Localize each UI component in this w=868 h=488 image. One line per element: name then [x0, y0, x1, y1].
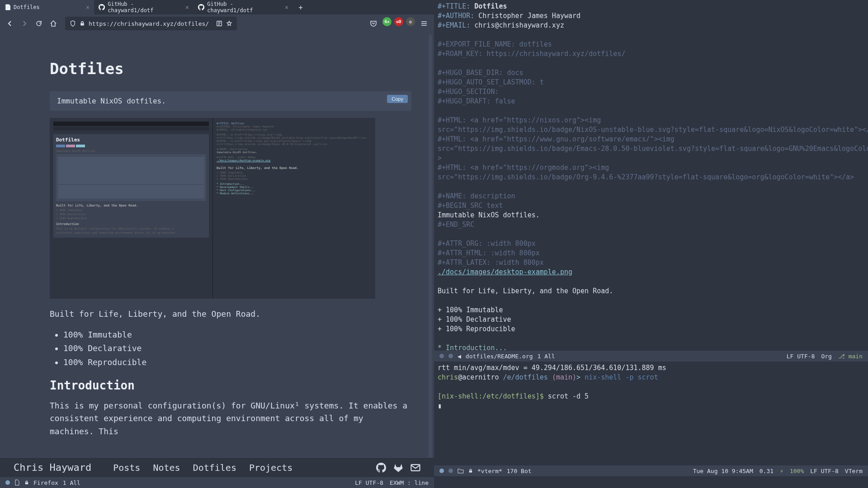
copy-button[interactable]: Copy	[387, 95, 408, 103]
extension-icon[interactable]: ◎	[406, 17, 415, 26]
battery-icon: ⚡	[780, 468, 783, 474]
back-button[interactable]	[4, 17, 16, 30]
screenshot-image: Dotfiles Immutable NixOS dotfiles. Built…	[50, 118, 375, 299]
modeline-terminal: *vterm* 170 Bot Tue Aug 10 9:45AM 0.31 ⚡…	[434, 465, 868, 476]
nav-projects[interactable]: Projects	[249, 462, 292, 473]
list-item: 100% Immutable	[63, 328, 411, 342]
encoding: LF UTF-8	[355, 479, 383, 486]
terminal-pane[interactable]: rtt min/avg/max/mdev = 49.294/186.651/36…	[434, 361, 868, 465]
forward-button[interactable]	[18, 17, 31, 30]
gitlab-icon[interactable]	[393, 463, 403, 473]
nav-dotfiles[interactable]: Dotfiles	[193, 462, 236, 473]
close-icon[interactable]: ×	[86, 4, 90, 11]
menu-button[interactable]	[418, 17, 430, 30]
buffer-name: *vterm*	[477, 468, 502, 474]
list-item: 100% Reproducible	[63, 356, 411, 370]
nav-bar: https://chrishayward.xyz/dotfiles/ G+ uO…	[0, 14, 434, 33]
tab-bar: 📄 Dotfiles × GitHub - chayward1/dotf × G…	[0, 0, 434, 14]
svg-rect-7	[411, 465, 420, 471]
folder-icon	[458, 468, 464, 474]
mail-icon[interactable]	[410, 463, 420, 473]
github-icon	[99, 4, 105, 10]
buffer-name: Firefox	[33, 479, 58, 486]
shield-icon	[70, 20, 76, 27]
status-dot	[448, 354, 453, 358]
status-dot	[439, 354, 444, 358]
github-icon	[198, 4, 204, 10]
nav-posts[interactable]: Posts	[113, 462, 140, 473]
position: 1 All	[538, 353, 555, 360]
encoding: LF UTF-8	[787, 353, 815, 360]
shell-prompt: chris@acernitro /e/dotfiles (main)> nix-…	[438, 373, 864, 382]
list-item: 100% Declarative	[63, 342, 411, 356]
favicon: 📄	[5, 4, 11, 10]
lock-icon	[468, 468, 473, 474]
close-icon[interactable]: ×	[185, 4, 189, 11]
page-title: Dotfiles	[50, 60, 411, 78]
extension-icon[interactable]: G+	[382, 17, 392, 26]
reload-button[interactable]	[33, 17, 45, 30]
description-text: Immutable NixOS dotfiles.	[57, 97, 166, 105]
nav-notes[interactable]: Notes	[153, 462, 180, 473]
url-text: https://chrishayward.xyz/dotfiles/	[89, 20, 209, 27]
reader-icon[interactable]	[216, 20, 222, 27]
modeline-left: Firefox 1 All LF UTF-8 EXWM : line	[0, 477, 434, 488]
status-dot	[439, 469, 444, 473]
status-dot	[5, 480, 10, 485]
encoding: LF UTF-8	[810, 468, 839, 474]
bookmark-icon[interactable]	[226, 20, 232, 27]
browser-window: 📄 Dotfiles × GitHub - chayward1/dotf × G…	[0, 0, 434, 457]
status-dot	[448, 469, 453, 473]
tab-title: GitHub - chayward1/dotf	[207, 1, 282, 14]
mode: EXWM : line	[390, 479, 429, 486]
github-icon[interactable]	[376, 463, 386, 473]
battery-pct: 100%	[790, 468, 804, 474]
intro-body: This is my personal configuration(s) for…	[50, 399, 411, 438]
tab-github-1[interactable]: GitHub - chayward1/dotf ×	[94, 0, 193, 14]
tab-github-2[interactable]: GitHub - chayward1/dotf ×	[193, 0, 293, 14]
intro-heading: Introduction	[50, 379, 411, 392]
cursor-line[interactable]: ▮	[438, 401, 864, 411]
ublock-icon[interactable]: uO	[394, 17, 403, 26]
tab-title: Dotfiles	[14, 4, 40, 10]
position: 1 All	[63, 479, 80, 486]
datetime: Tue Aug 10 9:45AM	[693, 468, 753, 474]
close-icon[interactable]: ×	[285, 4, 288, 11]
buffer-file: dotfiles/README.org	[466, 353, 533, 360]
ping-output: rtt min/avg/max/mdev = 49.294/186.651/36…	[438, 363, 864, 373]
scrollbar[interactable]	[429, 34, 432, 457]
lock-icon	[80, 20, 85, 27]
load-avg: 0.31	[760, 468, 774, 474]
pocket-icon[interactable]	[367, 17, 380, 30]
site-navigation: Chris Hayward Posts Notes Dotfiles Proje…	[0, 457, 434, 477]
tab-dotfiles[interactable]: 📄 Dotfiles ×	[0, 0, 94, 14]
modeline-editor: ◀ dotfiles/README.org 1 All LF UTF-8 Org…	[434, 351, 868, 361]
editor-pane[interactable]: #+TITLE: Dotfiles #+AUTHOR: Christopher …	[434, 0, 868, 351]
file-icon	[14, 479, 20, 486]
code-block: Immutable NixOS dotfiles. Copy	[50, 91, 411, 111]
position: 170 Bot	[507, 468, 532, 474]
page-content: Dotfiles Immutable NixOS dotfiles. Copy …	[0, 33, 434, 457]
git-branch: ⎇ main	[838, 353, 863, 360]
home-button[interactable]	[47, 17, 60, 30]
tagline: Built for Life, Liberty, and the Open Ro…	[50, 308, 411, 321]
back-arrow-icon: ◀	[458, 353, 461, 360]
new-tab-button[interactable]: +	[293, 3, 308, 12]
nix-shell-prompt: [nix-shell:/etc/dotfiles]$ scrot -d 5	[438, 392, 864, 401]
site-name[interactable]: Chris Hayward	[14, 462, 91, 473]
lock-icon	[24, 480, 29, 485]
mode: Org	[821, 353, 831, 360]
url-bar[interactable]: https://chrishayward.xyz/dotfiles/	[65, 17, 237, 30]
feature-list: 100% Immutable 100% Declarative 100% Rep…	[63, 328, 411, 370]
mode: VTerm	[845, 468, 863, 474]
tab-title: GitHub - chayward1/dotf	[108, 1, 183, 14]
